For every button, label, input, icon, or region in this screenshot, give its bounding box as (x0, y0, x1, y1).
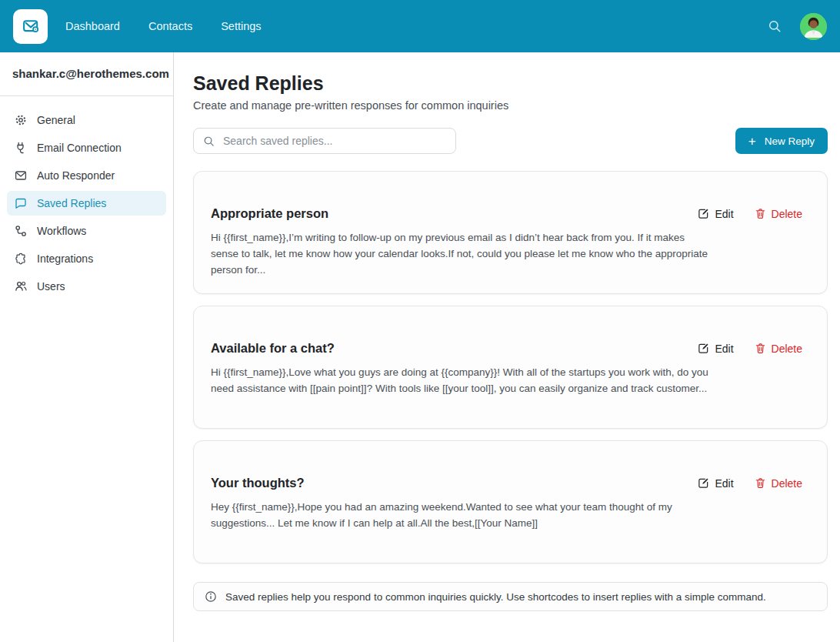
plug-icon (15, 142, 27, 154)
people-icon (15, 280, 27, 293)
envelope-search-icon (19, 15, 42, 38)
edit-button[interactable]: Edit (698, 208, 733, 220)
page-subtitle: Create and manage pre-written responses … (193, 99, 828, 112)
trash-icon (755, 477, 766, 489)
saved-reply-card: Appropriate person Edit (193, 171, 828, 294)
nav-dashboard[interactable]: Dashboard (65, 20, 120, 32)
sidebar-item-users[interactable]: Users (7, 274, 166, 299)
delete-label: Delete (772, 208, 802, 220)
new-reply-button[interactable]: + New Reply (735, 128, 828, 154)
reply-title: Your thoughts? (211, 476, 305, 490)
footer-note: Saved replies help you respond to common… (193, 582, 828, 611)
info-icon (205, 590, 217, 603)
sidebar-item-general[interactable]: General (7, 108, 166, 132)
edit-label: Edit (715, 477, 733, 490)
sidebar: shankar.c@herothemes.com General Email C… (0, 52, 174, 642)
nav-settings[interactable]: Settings (221, 20, 261, 32)
account-email: shankar.c@herothemes.com (0, 52, 173, 96)
sidebar-item-saved-replies[interactable]: Saved Replies (7, 191, 166, 216)
search-box (193, 128, 456, 154)
app-header: Dashboard Contacts Settings (0, 0, 840, 52)
header-right (768, 13, 827, 40)
main-content: Saved Replies Create and manage pre-writ… (175, 52, 840, 642)
pencil-square-icon (698, 477, 709, 489)
sidebar-item-label: General (37, 114, 75, 126)
trash-icon (755, 208, 766, 219)
app-logo[interactable] (13, 9, 48, 44)
delete-label: Delete (772, 343, 802, 355)
reply-body: Hey {{first_name}},Hope you had an amazi… (211, 499, 715, 531)
sidebar-item-integrations[interactable]: Integrations (7, 246, 166, 271)
delete-button[interactable]: Delete (755, 477, 802, 490)
gear-icon (15, 114, 27, 126)
new-reply-label: New Reply (765, 135, 815, 147)
avatar[interactable] (800, 13, 827, 40)
pencil-square-icon (698, 208, 709, 219)
top-nav: Dashboard Contacts Settings (65, 20, 262, 32)
plus-icon: + (748, 135, 756, 148)
delete-button[interactable]: Delete (755, 208, 802, 220)
saved-reply-card: Your thoughts? Edit (193, 440, 828, 563)
toolbar: + New Reply (193, 128, 828, 154)
reply-body: Hi {{first_name}},Love what you guys are… (211, 364, 715, 396)
sidebar-item-label: Integrations (37, 252, 93, 265)
puzzle-icon (15, 252, 27, 265)
sidebar-item-label: Workflows (37, 225, 86, 237)
chat-bubble-icon (15, 197, 27, 209)
saved-replies-list: Appropriate person Edit (193, 171, 828, 563)
edit-button[interactable]: Edit (698, 343, 733, 355)
edit-button[interactable]: Edit (698, 477, 733, 490)
reply-title: Appropriate person (211, 206, 328, 221)
sidebar-item-label: Email Connection (37, 142, 122, 154)
workflow-nodes-icon (15, 225, 27, 237)
search-icon[interactable] (768, 19, 782, 33)
sidebar-item-email-connection[interactable]: Email Connection (7, 135, 166, 160)
sidebar-item-auto-responder[interactable]: Auto Responder (7, 163, 166, 188)
pencil-square-icon (698, 343, 709, 354)
delete-label: Delete (772, 477, 802, 490)
page-title: Saved Replies (193, 72, 828, 94)
search-saved-replies-input[interactable] (222, 134, 446, 148)
edit-label: Edit (715, 208, 733, 220)
delete-button[interactable]: Delete (755, 343, 802, 355)
sidebar-item-label: Saved Replies (37, 197, 106, 209)
trash-icon (755, 343, 766, 354)
sidebar-item-label: Users (37, 280, 65, 293)
sidebar-item-label: Auto Responder (37, 169, 115, 182)
footer-note-text: Saved replies help you respond to common… (225, 591, 766, 603)
nav-contacts[interactable]: Contacts (148, 20, 192, 32)
saved-reply-card: Available for a chat? Edit (193, 306, 828, 429)
reply-title: Available for a chat? (211, 341, 335, 356)
search-icon (203, 135, 215, 147)
edit-label: Edit (715, 343, 733, 355)
reply-body: Hi {{first_name}},I’m writing to follow-… (211, 229, 715, 278)
sidebar-item-workflows[interactable]: Workflows (7, 219, 166, 243)
envelope-icon (15, 169, 27, 182)
settings-nav: General Email Connection Auto Responder (0, 96, 173, 310)
